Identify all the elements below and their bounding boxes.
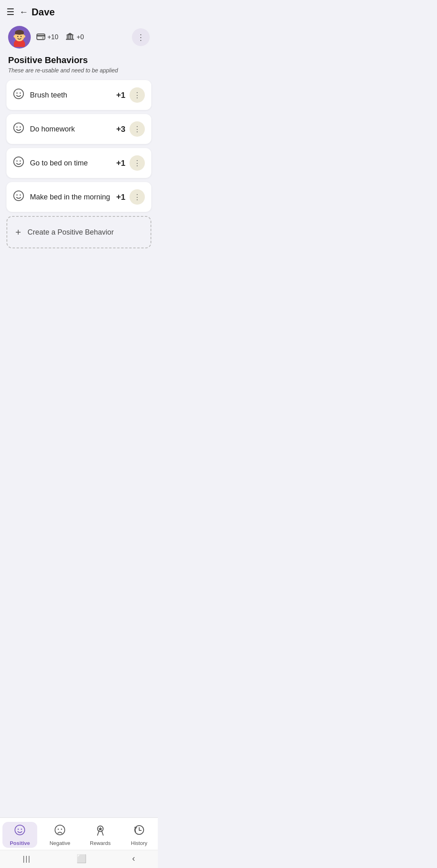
svg-rect-15 [72,35,73,39]
behavior-emoji-3 [13,156,24,170]
section-subtitle: These are re-usable and need to be appli… [0,67,158,80]
svg-point-5 [21,36,22,37]
svg-point-26 [14,191,23,201]
svg-rect-14 [70,35,72,39]
svg-rect-9 [37,35,45,36]
behavior-emoji-1 [13,88,24,102]
section-header: Positive Behaviors These are re-usable a… [0,55,158,80]
svg-point-18 [17,92,18,93]
create-label: Create a Positive Behavior [28,228,114,237]
svg-point-22 [20,126,21,127]
behavior-more-button-2[interactable]: ⋮ [129,121,145,137]
svg-rect-16 [66,39,74,40]
behavior-card-4: Make bed in the morning +1 ⋮ [6,182,151,212]
svg-point-19 [20,92,21,93]
page-title: Dave [32,6,55,18]
svg-rect-3 [15,32,24,34]
svg-point-17 [14,89,23,99]
wallet-icon [36,33,45,42]
svg-rect-13 [68,35,70,39]
wallet-value: +10 [47,34,58,41]
behavior-name-4: Make bed in the morning [30,193,116,201]
create-plus-icon: + [15,227,21,238]
behavior-emoji-2 [13,122,24,136]
svg-point-24 [17,160,18,161]
behavior-score-3: +1 [116,159,125,168]
svg-point-23 [14,157,23,167]
behavior-score-1: +1 [116,91,125,100]
behavior-name-2: Do homework [30,125,116,133]
svg-point-7 [23,35,25,38]
behavior-card-2: Do homework +3 ⋮ [6,114,151,144]
behavior-more-button-3[interactable]: ⋮ [129,155,145,171]
behavior-score-2: +3 [116,125,125,134]
svg-point-4 [17,36,19,37]
svg-point-20 [14,123,23,133]
behavior-emoji-4 [13,190,24,204]
svg-point-25 [20,160,21,161]
bank-value: +0 [76,34,84,41]
avatar [8,26,31,49]
profile-more-button[interactable]: ⋮ [132,28,150,46]
svg-rect-12 [67,35,68,39]
behavior-score-4: +1 [116,193,125,202]
back-icon[interactable]: ← [19,7,28,17]
profile-row: +10 +0 ⋮ [0,21,158,55]
bank-stat: +0 [66,32,84,42]
behavior-name-3: Go to bed on time [30,159,116,167]
bank-icon [66,32,74,42]
create-positive-behavior-button[interactable]: + Create a Positive Behavior [6,216,151,248]
svg-point-28 [20,194,21,195]
behaviors-list: Brush teeth +1 ⋮ Do homework +3 ⋮ [0,80,158,212]
header: ☰ ← Dave [0,0,158,21]
behavior-card-1: Brush teeth +1 ⋮ [6,80,151,110]
svg-point-10 [42,37,44,39]
behavior-card-3: Go to bed on time +1 ⋮ [6,148,151,178]
svg-rect-8 [37,34,45,40]
svg-point-21 [17,126,18,127]
section-title: Positive Behaviors [0,55,158,67]
svg-point-6 [14,35,16,38]
stats-row: +10 +0 [36,32,132,42]
svg-marker-11 [66,33,74,35]
more-icon: ⋮ [137,32,145,42]
behavior-more-button-4[interactable]: ⋮ [129,189,145,205]
svg-point-27 [17,194,18,195]
behavior-more-button-1[interactable]: ⋮ [129,87,145,103]
menu-icon[interactable]: ☰ [6,7,15,17]
behavior-name-1: Brush teeth [30,91,116,100]
wallet-stat: +10 [36,33,58,42]
